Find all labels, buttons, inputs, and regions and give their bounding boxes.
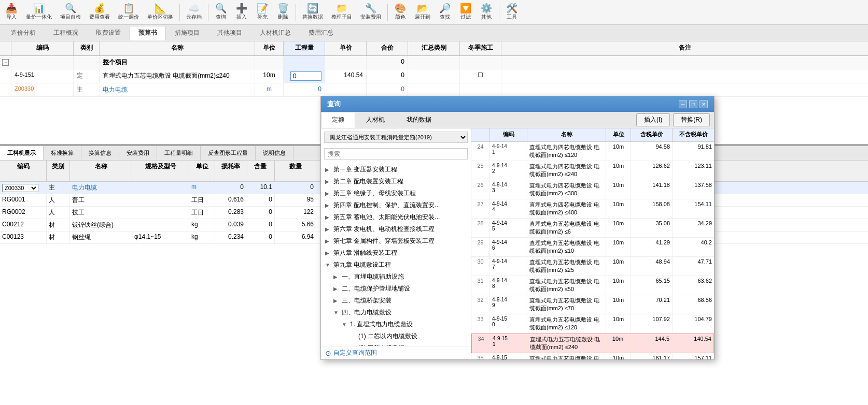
tree-item[interactable]: ▶ 第六章 发电机、电动机检查接线工程 — [323, 223, 469, 235]
right-table-row[interactable]: 27 4-9-144 直埋式电力四芯电缆敷设 电缆截面(mm2) ≤400 10… — [471, 199, 714, 219]
tab-install-fee[interactable]: 安装费用 — [119, 146, 157, 160]
dialog-close-btn[interactable]: ✕ — [699, 100, 708, 108]
organize-items-btn[interactable]: 📁 整理子目 — [328, 2, 355, 23]
tree-item[interactable]: ▶ 第四章 配电控制、保护、直流装置安... — [323, 199, 469, 211]
row-num: 25 — [471, 161, 490, 180]
tree-item[interactable]: ▶ 第五章 蓄电池、太阳能光伏电池安装... — [323, 211, 469, 223]
custom-query-link[interactable]: ⊙ 自定义查询范围 — [321, 346, 471, 359]
tab-labor-display[interactable]: 工料机显示 — [0, 146, 44, 160]
delete-btn[interactable]: 🗑️ 删除 — [274, 2, 292, 23]
color-btn[interactable]: 🎨 颜色 — [391, 2, 410, 23]
category-cell — [74, 56, 100, 69]
tree-item[interactable]: ▶ 第二章 配电装置安装工程 — [323, 176, 469, 187]
tree-item[interactable]: ▶ 第三章 绝缘子、母线安装工程 — [323, 187, 469, 199]
tab-standard-calc[interactable]: 标准换算 — [44, 146, 81, 160]
dialog-minimize-btn[interactable]: ─ — [679, 100, 687, 108]
unit-zone-btn[interactable]: 📐 单价区切换 — [144, 2, 176, 23]
right-table-row[interactable]: 24 4-9-141 直埋式电力四芯电缆敷设 电缆截面(mm2) ≤120 10… — [471, 142, 714, 161]
tree-item[interactable]: ▶ 第七章 金属构件、穿墙套板安装工程 — [323, 235, 469, 247]
row-num: 34 — [472, 334, 491, 353]
quota-dropdown[interactable]: 黑龙江省通用安装工程消耗量定额(2019) — [324, 132, 468, 143]
right-table-row[interactable]: 35 4-9-152 直埋式电力五芯电缆敷设 电缆截面(mm2) ≤300 10… — [471, 353, 714, 359]
all-in-one-btn[interactable]: 📊 量价一体化 — [23, 2, 55, 23]
expand-btn[interactable]: 📂 展开到 — [412, 2, 433, 23]
right-table-row[interactable]: 32 4-9-149 直埋式电力五芯电缆敷设 电缆截面(mm2) ≤70 10m… — [471, 295, 714, 314]
tab-my-data[interactable]: 我的数据 — [396, 112, 442, 128]
insert-btn[interactable]: 插入(I) — [636, 113, 670, 126]
tab-labor-summary[interactable]: 人材机汇总 — [251, 26, 300, 40]
right-table-row[interactable]: 33 4-9-150 直埋式电力五芯电缆敷设 电缆截面(mm2) ≤120 10… — [471, 314, 714, 334]
expand-collapse-btn[interactable]: － — [0, 56, 11, 69]
supplement-btn[interactable]: 📝 补充 — [253, 2, 272, 23]
tree-item[interactable]: ▶ 二、电缆保护管埋地铺设 — [331, 283, 469, 295]
row-name: 直埋式电力五芯电缆敷设 电缆截面(mm2) ≤240 — [528, 334, 606, 353]
right-table-row[interactable]: 29 4-9-146 直埋式电力五芯电缆敷设 电缆截面(mm2) ≤10 10m… — [471, 238, 714, 257]
summary-cell — [408, 56, 460, 69]
tab-price-analysis[interactable]: 造价分析 — [2, 26, 45, 40]
tree-item[interactable]: ▼ 1. 直埋式电力电缆敷设 — [340, 319, 469, 330]
expense-check-btn[interactable]: 💰 费用查看 — [86, 2, 113, 23]
tree-item[interactable]: ▶ 第一章 变压器安装工程 — [323, 164, 469, 176]
right-table-row[interactable]: 25 4-9-142 直埋式电力四芯电缆敷设 电缆截面(mm2) ≤240 10… — [471, 161, 714, 180]
bottom-col-spec: 规格及型号 — [132, 161, 189, 181]
insert-btn[interactable]: ➕ 插入 — [232, 2, 251, 23]
project-check-label: 项目自检 — [60, 13, 81, 21]
tree-item[interactable]: (2) 三芯电缆敷设 — [348, 342, 469, 346]
tab-reverse-query[interactable]: 反查图形工程量 — [201, 146, 256, 160]
tree-item[interactable]: (1) 二芯以内电缆敷设 — [348, 330, 469, 342]
other-btn[interactable]: ⚙️ 其他 — [477, 2, 496, 23]
qty-input[interactable] — [290, 71, 321, 81]
right-table-row[interactable]: 31 4-9-148 直埋式电力五芯电缆敷设 电缆截面(mm2) ≤50 10m… — [471, 276, 714, 295]
expand-icon: ▼ — [333, 310, 340, 315]
tree-item[interactable]: ▼ 四、电力电缆敷设 — [331, 307, 469, 319]
query-btn[interactable]: 🔍 查询 — [212, 2, 230, 23]
right-table-row[interactable]: 30 4-9-147 直埋式电力五芯电缆敷设 电缆截面(mm2) ≤25 10m… — [471, 257, 714, 276]
row-num: 27 — [471, 199, 490, 218]
qty-cell — [284, 56, 325, 69]
tab-qty-detail[interactable]: 工程量明细 — [157, 146, 201, 160]
code-select[interactable]: Z00330 — [2, 184, 38, 192]
other-label: 其他 — [481, 13, 492, 21]
tab-budget-book[interactable]: 预算书 — [130, 26, 166, 40]
filter-btn[interactable]: 🔽 过滤 — [456, 2, 475, 23]
replace-btn[interactable]: 替换(R) — [673, 113, 710, 126]
right-table-row[interactable]: 28 4-9-145 直埋式电力五芯电缆敷设 电缆截面(mm2) ≤6 10m … — [471, 219, 714, 238]
dialog-maximize-btn[interactable]: □ — [689, 100, 697, 108]
code-cell: 4-9-151 — [11, 69, 74, 83]
project-check-btn[interactable]: 🔍 项目自检 — [57, 2, 84, 23]
right-table-row-highlighted[interactable]: 34 4-9-151 直埋式电力五芯电缆敷设 电缆截面(mm2) ≤240 10… — [471, 334, 714, 353]
tab-other-items[interactable]: 其他项目 — [208, 26, 251, 40]
loss-cell: 0.039 — [215, 219, 246, 231]
import-btn[interactable]: 📥 导入 — [2, 2, 21, 23]
replace-data-btn[interactable]: 🔄 替换数据 — [299, 2, 326, 23]
amount-cell: 0 — [275, 182, 316, 194]
cloud-store-btn[interactable]: ☁️ 云存档 — [183, 2, 205, 23]
tab-fee-summary[interactable]: 费用汇总 — [300, 26, 342, 40]
tab-replace-info[interactable]: 换算信息 — [81, 146, 119, 160]
name-cell: 整个项目 — [100, 56, 255, 69]
right-table-row[interactable]: 26 4-9-143 直埋式电力四芯电缆敷设 电缆截面(mm2) ≤300 10… — [471, 180, 714, 199]
tab-measures[interactable]: 措施项目 — [166, 26, 208, 40]
tab-labor-material[interactable]: 人材机 — [355, 112, 396, 128]
qty-cell[interactable] — [284, 69, 325, 83]
unified-price-btn[interactable]: 📋 统一调价 — [115, 2, 142, 23]
table-row[interactable]: 4-9-151 定 直埋式电力五芯电缆敷设 电缆截面(mm2)≤240 10m … — [0, 69, 868, 83]
find-btn[interactable]: 🔎 查找 — [436, 2, 454, 23]
search-input[interactable] — [324, 148, 468, 160]
name-cell[interactable]: 电力电缆 — [70, 182, 132, 194]
tree-item[interactable]: ▶ 第八章 滑触线安装工程 — [323, 247, 469, 259]
tab-description[interactable]: 说明信息 — [256, 146, 293, 160]
tree-item[interactable]: ▶ 一、直埋电缆辅助设施 — [331, 271, 469, 283]
table-row[interactable]: Z00330 主 电力电缆 m 0 0 — [0, 83, 868, 97]
install-fee-btn[interactable]: 🔧 安装费用 — [357, 2, 384, 23]
name-cell[interactable]: 电力电缆 — [100, 83, 255, 96]
tree-item[interactable]: ▶ 三、电缆桥架安装 — [331, 295, 469, 307]
tab-project-overview[interactable]: 工程概况 — [45, 26, 87, 40]
tree-item[interactable]: ▼ 第九章 电缆敷设工程 — [323, 259, 469, 271]
tab-quota[interactable]: 定额 — [321, 112, 355, 128]
tab-fee-settings[interactable]: 取费设置 — [87, 26, 130, 40]
winter-cell: ☐ — [460, 69, 501, 83]
unified-price-label: 统一调价 — [118, 13, 139, 21]
tools-btn[interactable]: 🛠️ 工具 — [502, 2, 521, 23]
row-code: 4-9-141 — [490, 142, 527, 161]
